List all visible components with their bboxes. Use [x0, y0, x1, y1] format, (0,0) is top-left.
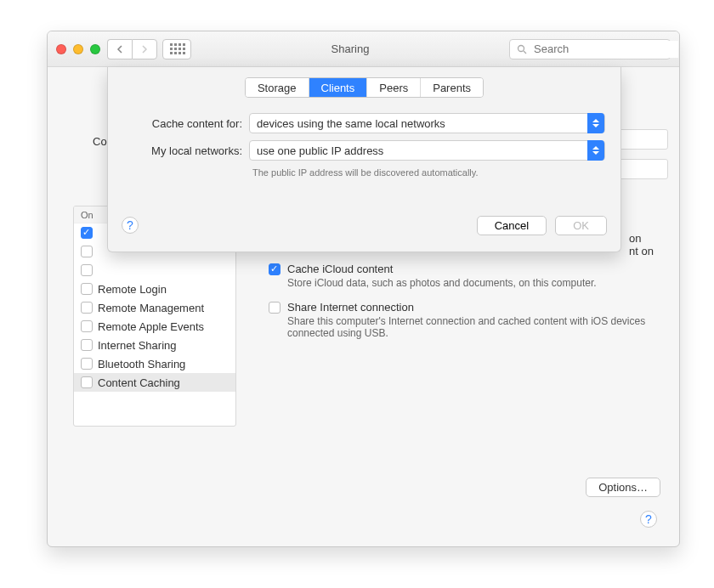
service-checkbox[interactable]	[81, 320, 93, 332]
service-checkbox[interactable]	[81, 227, 93, 239]
tab-clients[interactable]: Clients	[309, 78, 368, 97]
cache-for-value: devices using the same local networks	[257, 117, 445, 130]
service-label: Internet Sharing	[98, 339, 177, 352]
service-label: Remote Apple Events	[98, 320, 204, 333]
search-icon	[517, 44, 527, 54]
service-row[interactable]: Remote Apple Events	[74, 317, 235, 336]
service-row[interactable]: Remote Login	[74, 280, 235, 298]
tab-parents[interactable]: Parents	[421, 78, 483, 97]
service-checkbox[interactable]	[81, 246, 93, 257]
chevron-updown-icon	[587, 113, 604, 133]
share-internet-desc: Share this computer's Internet connectio…	[287, 315, 653, 339]
nav-buttons	[107, 39, 157, 59]
sheet-help-button[interactable]: ?	[122, 217, 139, 234]
zoom-icon[interactable]	[90, 44, 100, 54]
options-button[interactable]: Options…	[586, 478, 660, 497]
cache-for-select[interactable]: devices using the same local networks	[249, 113, 605, 133]
show-all-button[interactable]	[162, 39, 191, 59]
networks-select[interactable]: use one public IP address	[249, 140, 605, 161]
ok-button[interactable]: OK	[555, 216, 607, 235]
service-row[interactable]: Bluetooth Sharing	[74, 354, 235, 373]
sheet-tabs: StorageClientsPeersParents	[245, 77, 484, 98]
service-row[interactable]: Internet Sharing	[74, 336, 235, 354]
service-row[interactable]	[74, 261, 235, 280]
service-label: Remote Management	[98, 302, 204, 314]
cache-icloud-checkbox[interactable]	[269, 263, 280, 275]
forward-button[interactable]	[132, 39, 157, 59]
back-button[interactable]	[107, 39, 132, 59]
cache-icloud-title: Cache iCloud content	[287, 263, 597, 275]
service-checkbox[interactable]	[81, 339, 93, 351]
search-field[interactable]	[509, 39, 671, 59]
networks-hint: The public IP address will be discovered…	[252, 167, 605, 178]
titlebar: Sharing	[48, 31, 679, 67]
computer-name-label-fragment: Co	[93, 135, 107, 148]
share-internet-option[interactable]: Share Internet connection Share this com…	[269, 301, 654, 339]
grid-icon	[170, 43, 184, 55]
search-input[interactable]	[532, 41, 678, 58]
minimize-icon[interactable]	[73, 44, 83, 54]
networks-value: use one public IP address	[257, 144, 383, 157]
window-controls	[56, 44, 100, 54]
cache-icloud-desc: Store iCloud data, such as photos and do…	[287, 277, 597, 289]
svg-line-1	[524, 51, 526, 54]
service-row[interactable]: Remote Management	[74, 298, 235, 317]
window-title: Sharing	[191, 42, 509, 55]
service-label: Content Caching	[98, 376, 180, 389]
share-internet-checkbox[interactable]	[269, 302, 280, 314]
service-checkbox[interactable]	[81, 264, 93, 276]
share-internet-title: Share Internet connection	[287, 301, 653, 314]
cache-for-label: Cache content for:	[123, 117, 242, 130]
trailing-text: on nt on	[629, 232, 654, 257]
close-icon[interactable]	[56, 44, 66, 54]
service-label: Bluetooth Sharing	[98, 358, 185, 370]
help-button[interactable]: ?	[640, 511, 657, 528]
service-checkbox[interactable]	[81, 358, 93, 370]
chevron-updown-icon	[587, 140, 604, 161]
cache-icloud-option[interactable]: Cache iCloud content Store iCloud data, …	[269, 263, 654, 289]
content-area: Co On Remote LoginRemote ManagementRemot…	[48, 67, 679, 546]
service-checkbox[interactable]	[81, 376, 93, 388]
service-row[interactable]: Content Caching	[74, 373, 235, 392]
preferences-window: Sharing Co On Remote LoginRemote Managem…	[47, 31, 680, 547]
networks-label: My local networks:	[123, 144, 242, 157]
service-checkbox[interactable]	[81, 302, 93, 314]
options-sheet: StorageClientsPeersParents Cache content…	[107, 67, 621, 252]
on-column-header: On	[81, 210, 106, 220]
tab-storage[interactable]: Storage	[246, 78, 309, 97]
svg-point-0	[518, 45, 524, 51]
service-label: Remote Login	[98, 283, 167, 296]
tab-peers[interactable]: Peers	[367, 78, 421, 97]
content-caching-options: on nt on Cache iCloud content Store iClo…	[269, 263, 654, 351]
service-checkbox[interactable]	[81, 283, 93, 295]
cancel-button[interactable]: Cancel	[477, 216, 547, 235]
